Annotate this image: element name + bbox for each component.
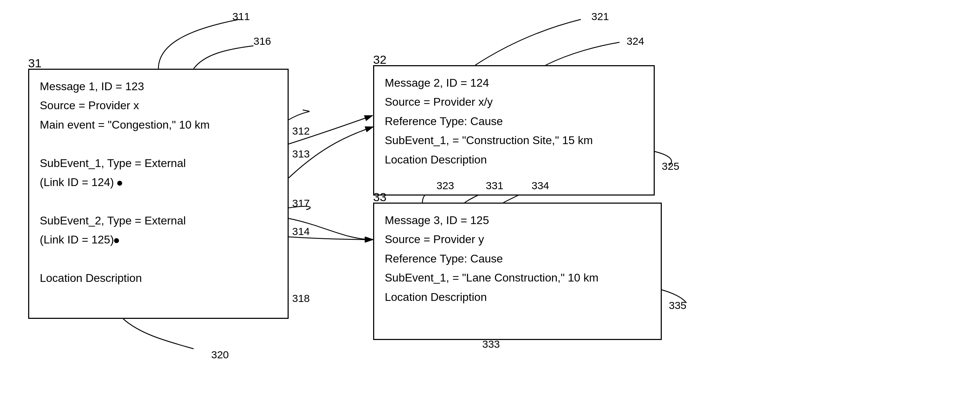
ref-321: 321	[591, 11, 609, 22]
ref-331: 331	[486, 180, 503, 191]
box33-line4: SubEvent_1, = "Lane Construction," 10 km	[385, 268, 650, 287]
ref-316: 316	[253, 35, 271, 47]
box33-line3: Reference Type: Cause	[385, 249, 650, 268]
ref-313: 313	[292, 148, 310, 160]
ref-318: 318	[292, 292, 310, 305]
label-33: 33	[373, 190, 387, 204]
box32-line3: Reference Type: Cause	[385, 112, 643, 131]
message-box-31: Message 1, ID = 123 Source = Provider x …	[28, 69, 289, 319]
box31-line4	[40, 134, 277, 153]
dot-124	[117, 181, 122, 186]
label-31: 31	[28, 56, 41, 70]
box31-line11: Location Description	[40, 268, 277, 287]
ref-335: 335	[669, 300, 686, 311]
box31-line8: SubEvent_2, Type = External	[40, 211, 277, 230]
ref-314: 314	[292, 225, 310, 238]
box31-line2: Source = Provider x	[40, 96, 277, 115]
box31-line7	[40, 191, 277, 211]
box33-line5: Location Description	[385, 287, 650, 306]
ref-334: 334	[531, 180, 549, 191]
message-box-32: Message 2, ID = 124 Source = Provider x/…	[373, 65, 655, 196]
box31-line9: (Link ID = 125)	[40, 230, 277, 249]
dot-125	[114, 238, 119, 243]
box32-line1: Message 2, ID = 124	[385, 73, 643, 92]
ref-311: 311	[232, 11, 250, 22]
box33-line2: Source = Provider y	[385, 230, 650, 249]
ref-312: 312	[292, 125, 310, 137]
box32-line5: Location Description	[385, 150, 643, 169]
box31-line3: Main event = "Congestion," 10 km	[40, 115, 277, 134]
ref-333: 333	[482, 338, 500, 350]
box31-line6: (Link ID = 124)	[40, 172, 277, 191]
ref-323: 323	[436, 180, 454, 191]
box31-line1: Message 1, ID = 123	[40, 77, 277, 96]
diagram: Message 1, ID = 123 Source = Provider x …	[0, 0, 980, 402]
box33-line1: Message 3, ID = 125	[385, 211, 650, 230]
box32-line2: Source = Provider x/y	[385, 92, 643, 111]
ref-325: 325	[662, 160, 679, 172]
box31-line5: SubEvent_1, Type = External	[40, 154, 277, 172]
message-box-33: Message 3, ID = 125 Source = Provider y …	[373, 203, 662, 340]
ref-317: 317	[292, 197, 310, 209]
box31-line10	[40, 249, 277, 268]
ref-320: 320	[211, 349, 229, 361]
label-32: 32	[373, 53, 387, 67]
box32-line4: SubEvent_1, = "Construction Site," 15 km	[385, 131, 643, 150]
ref-324: 324	[627, 35, 644, 47]
